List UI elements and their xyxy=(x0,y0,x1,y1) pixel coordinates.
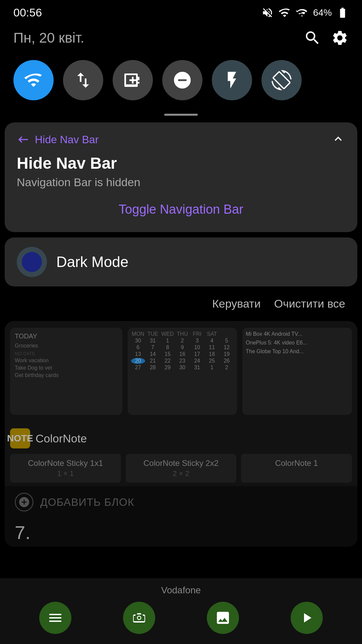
colornote-item-1x1: ColorNote Sticky 1x1 1 × 1 xyxy=(10,454,121,483)
notification-panel: Hide Nav Bar Hide Nav Bar Navigation Bar… xyxy=(5,122,357,316)
nav-button-play[interactable] xyxy=(291,602,323,634)
calendar-thumb: MON TUE WED THU FRI SAT 303112345 678910… xyxy=(128,328,237,415)
wifi-status-icon xyxy=(278,6,291,19)
tile-wifi[interactable] xyxy=(13,60,54,100)
dark-mode-icon xyxy=(17,247,47,277)
colornote-item-2x2: ColorNote Sticky 2x2 2 × 2 xyxy=(126,454,237,483)
number-input[interactable]: 7. xyxy=(5,518,357,547)
colornote-item-size: 1 × 1 xyxy=(17,469,114,478)
nav-bar-subtitle: Navigation Bar is hidden xyxy=(17,176,345,189)
actions-row: Керувати Очистити все xyxy=(5,292,357,316)
colornote-item-label: ColorNote 1 xyxy=(275,459,318,468)
nav-bar-main-title: Hide Nav Bar xyxy=(17,154,345,172)
status-bar: 00:56 64% xyxy=(0,0,362,22)
hide-nav-bar-card: Hide Nav Bar Hide Nav Bar Navigation Bar… xyxy=(5,122,357,232)
date-display: Пн, 20 квіт. xyxy=(13,30,84,46)
collapse-button[interactable] xyxy=(331,132,345,147)
dark-mode-card[interactable]: Dark Mode xyxy=(5,237,357,286)
nav-button-camera[interactable] xyxy=(123,602,155,634)
background-apps: TODAY Groceries NO DATE Work vacation Ta… xyxy=(5,321,357,547)
tile-data-transfer[interactable] xyxy=(63,60,103,100)
bottom-nav: Vodafone xyxy=(0,578,362,644)
svg-point-1 xyxy=(22,252,42,272)
app-thumbnails-row: TODAY Groceries NO DATE Work vacation Ta… xyxy=(5,321,357,422)
add-block-label: ДОБАВИТЬ БЛОК xyxy=(40,496,134,508)
nav-bar-card-label: Hide Nav Bar xyxy=(35,133,99,146)
colornote-header: NOTE ColorNote xyxy=(10,428,352,448)
signal-icon xyxy=(296,6,308,19)
battery-percentage: 64% xyxy=(313,7,332,18)
nav-bar-card-header: Hide Nav Bar xyxy=(17,132,345,147)
nav-button-gallery[interactable] xyxy=(207,602,239,634)
header-actions xyxy=(304,29,349,47)
add-block-row[interactable]: ДОБАВИТЬ БЛОК xyxy=(5,486,357,518)
bottom-nav-buttons xyxy=(13,602,349,634)
add-block-icon xyxy=(15,493,34,512)
quick-tiles xyxy=(0,57,362,114)
tile-auto-rotate[interactable] xyxy=(261,60,302,100)
colornote-item-label: ColorNote Sticky 2x2 xyxy=(143,459,219,468)
colornote-item-label: ColorNote Sticky 1x1 xyxy=(28,459,103,468)
manage-button[interactable]: Керувати xyxy=(212,297,261,310)
colornote-items: ColorNote Sticky 1x1 1 × 1 ColorNote Sti… xyxy=(10,454,352,483)
news-thumb: Mi Box 4K Android TV... OnePlus 5: 4K vi… xyxy=(242,328,352,415)
colornote-name: ColorNote xyxy=(36,432,87,445)
nav-bar-card-title-row: Hide Nav Bar xyxy=(17,133,99,146)
expand-icon xyxy=(17,133,29,146)
tile-dnd[interactable] xyxy=(162,60,202,100)
dark-mode-label: Dark Mode xyxy=(56,254,128,270)
nav-button-menu[interactable] xyxy=(39,602,71,634)
colornote-section: NOTE ColorNote ColorNote Sticky 1x1 1 × … xyxy=(5,422,357,486)
battery-icon xyxy=(337,7,349,19)
toggle-nav-bar-button[interactable]: Toggle Navigation Bar xyxy=(17,199,345,220)
drawer-handle xyxy=(164,114,198,116)
carrier-label: Vodafone xyxy=(13,585,349,596)
date-row: Пн, 20 квіт. xyxy=(0,22,362,57)
colornote-item-size: 2 × 2 xyxy=(132,469,230,478)
tile-battery-saver[interactable] xyxy=(113,60,153,100)
search-icon[interactable] xyxy=(304,29,321,47)
colornote-item-note: ColorNote 1 xyxy=(241,454,352,483)
settings-icon[interactable] xyxy=(331,29,349,47)
mute-icon xyxy=(261,7,274,19)
colornote-app-icon: NOTE xyxy=(10,428,30,448)
tile-flashlight[interactable] xyxy=(212,60,252,100)
clear-all-button[interactable]: Очистити все xyxy=(274,297,345,310)
status-icons: 64% xyxy=(261,6,349,19)
status-time: 00:56 xyxy=(13,6,42,19)
todo-thumb: TODAY Groceries NO DATE Work vacation Ta… xyxy=(10,328,122,415)
